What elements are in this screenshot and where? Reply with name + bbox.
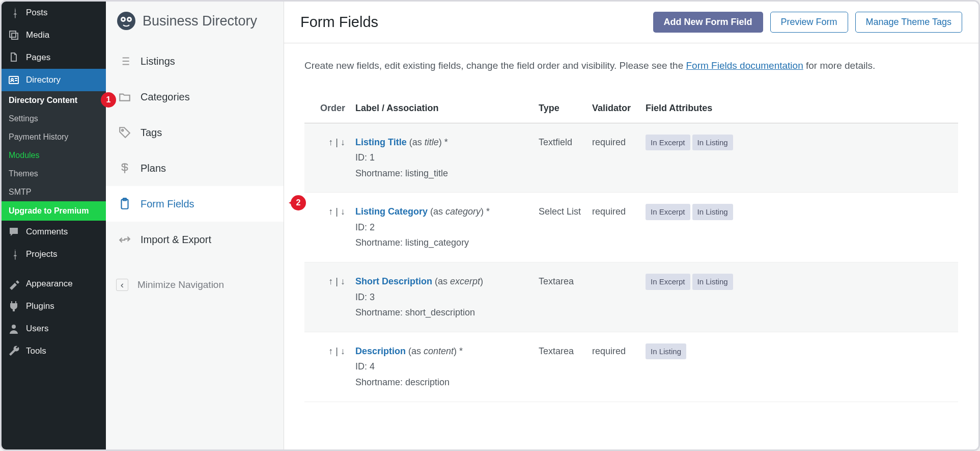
main-content: Form Fields Add New Form Field Preview F…	[284, 2, 978, 449]
wp-menu-label: Posts	[26, 8, 48, 18]
move-down-button[interactable]: ↓	[341, 206, 345, 217]
wp-menu-posts[interactable]: Posts	[2, 2, 106, 24]
move-up-button[interactable]: ↑	[328, 276, 333, 286]
wp-admin-sidebar: Posts Media Pages Directory Directory Co…	[2, 2, 106, 449]
wp-menu-label: Tools	[26, 346, 46, 356]
wp-sub-directory-content[interactable]: Directory Content1	[2, 91, 106, 110]
field-name-link[interactable]: Description	[355, 346, 406, 356]
bd-minimize-label: Minimize Navigation	[137, 279, 224, 290]
wp-sub-modules[interactable]: Modules	[2, 146, 106, 165]
wp-menu-label: Appearance	[26, 279, 73, 289]
attributes-cell: In Listing	[646, 343, 953, 390]
wp-menu-label: Users	[26, 324, 48, 334]
manage-theme-tags-button[interactable]: Manage Theme Tags	[855, 12, 962, 33]
wp-sub-upgrade[interactable]: Upgrade to Premium	[2, 201, 106, 221]
wp-menu-directory[interactable]: Directory	[2, 69, 106, 91]
svg-point-8	[122, 129, 123, 131]
field-id: ID: 1	[355, 152, 375, 163]
th-order: Order	[310, 103, 355, 114]
bd-minimize-nav[interactable]: ‹Minimize Navigation	[106, 268, 284, 302]
order-controls: ↑ | ↓	[310, 204, 355, 251]
header-actions: Add New Form Field Preview Form Manage T…	[653, 12, 962, 33]
wp-menu-users[interactable]: Users	[2, 317, 106, 340]
wp-menu-label: Media	[26, 30, 49, 40]
svg-point-2	[12, 325, 16, 329]
comments-icon	[8, 226, 20, 238]
chevron-left-icon: ‹	[116, 279, 128, 291]
wp-sub-themes[interactable]: Themes	[2, 165, 106, 183]
wp-menu-pages[interactable]: Pages	[2, 46, 106, 69]
move-up-button[interactable]: ↑	[328, 137, 333, 147]
type-cell: Textarea	[539, 274, 592, 321]
appearance-icon	[8, 278, 20, 290]
wp-menu-appearance[interactable]: Appearance	[2, 273, 106, 295]
bd-nav-tags[interactable]: Tags	[106, 115, 284, 150]
table-row: ↑ | ↓Listing Title (as title) *ID: 1Shor…	[304, 123, 958, 193]
directory-icon	[8, 74, 20, 86]
bd-nav-label: Plans	[141, 163, 166, 174]
field-name-link[interactable]: Listing Category	[355, 206, 428, 217]
field-name-link[interactable]: Listing Title	[355, 137, 407, 147]
dollar-icon	[118, 162, 131, 175]
users-icon	[8, 323, 20, 335]
wp-menu-label: Plugins	[26, 301, 54, 311]
svg-point-6	[122, 18, 124, 20]
wp-menu-tools[interactable]: Tools	[2, 340, 106, 362]
form-fields-table: Order Label / Association Type Validator…	[284, 84, 978, 402]
wp-sub-payment-history[interactable]: Payment History	[2, 128, 106, 146]
order-controls: ↑ | ↓	[310, 274, 355, 321]
validator-cell: required	[592, 343, 646, 390]
wp-sub-settings[interactable]: Settings	[2, 110, 106, 128]
in-listing-badge: In Listing	[692, 274, 733, 290]
wp-menu-media[interactable]: Media	[2, 24, 106, 46]
wp-menu-label: Directory	[26, 75, 61, 85]
validator-cell: required	[592, 135, 646, 181]
in-excerpt-badge: In Excerpt	[646, 204, 690, 220]
field-association: (as excerpt)	[435, 276, 483, 286]
wp-menu-projects[interactable]: Projects	[2, 243, 106, 266]
move-up-button[interactable]: ↑	[328, 206, 333, 217]
in-excerpt-badge: In Excerpt	[646, 274, 690, 290]
move-down-button[interactable]: ↓	[341, 346, 345, 356]
order-controls: ↑ | ↓	[310, 343, 355, 390]
move-down-button[interactable]: ↓	[341, 276, 345, 286]
add-new-form-field-button[interactable]: Add New Form Field	[653, 12, 763, 33]
table-header-row: Order Label / Association Type Validator…	[304, 94, 958, 123]
form-fields-doc-link[interactable]: Form Fields documentation	[686, 60, 803, 71]
th-type: Type	[539, 103, 592, 114]
bd-nav-listings[interactable]: Listings	[106, 43, 284, 79]
field-association: (as category) *	[430, 206, 490, 217]
list-icon	[118, 55, 131, 68]
field-shortname: Shortname: listing_category	[355, 237, 469, 248]
bd-nav-import-export[interactable]: Import & Export	[106, 222, 284, 257]
wp-menu-label: Pages	[26, 52, 50, 63]
table-row: ↑ | ↓Short Description (as excerpt)ID: 3…	[304, 262, 958, 332]
field-shortname: Shortname: description	[355, 377, 450, 387]
table-row: ↑ | ↓Description (as content) *ID: 4Shor…	[304, 332, 958, 402]
tag-icon	[118, 126, 131, 139]
media-icon	[8, 29, 20, 41]
th-validator: Validator	[592, 103, 646, 114]
bd-nav-categories[interactable]: Categories	[106, 79, 284, 115]
type-cell: Select List	[539, 204, 592, 251]
bd-nav-label: Import & Export	[141, 234, 211, 246]
wp-sub-smtp[interactable]: SMTP	[2, 183, 106, 201]
bd-nav-form-fields[interactable]: Form Fields2	[106, 186, 284, 222]
wp-menu-plugins[interactable]: Plugins	[2, 295, 106, 317]
field-shortname: Shortname: short_description	[355, 307, 475, 317]
field-association: (as content) *	[408, 346, 463, 356]
type-cell: Textfield	[539, 135, 592, 181]
field-shortname: Shortname: listing_title	[355, 168, 448, 178]
field-name-link[interactable]: Short Description	[355, 276, 432, 286]
move-down-button[interactable]: ↓	[341, 137, 345, 147]
preview-form-button[interactable]: Preview Form	[770, 12, 848, 33]
bd-nav-label: Tags	[141, 127, 162, 139]
bd-nav-plans[interactable]: Plans	[106, 150, 284, 186]
pages-icon	[8, 51, 20, 64]
pin-icon	[8, 7, 20, 19]
table-row: ↑ | ↓Listing Category (as category) *ID:…	[304, 193, 958, 262]
validator-cell	[592, 274, 646, 321]
wp-menu-comments[interactable]: Comments	[2, 221, 106, 243]
bd-title: Business Directory	[143, 13, 257, 29]
move-up-button[interactable]: ↑	[328, 346, 333, 356]
